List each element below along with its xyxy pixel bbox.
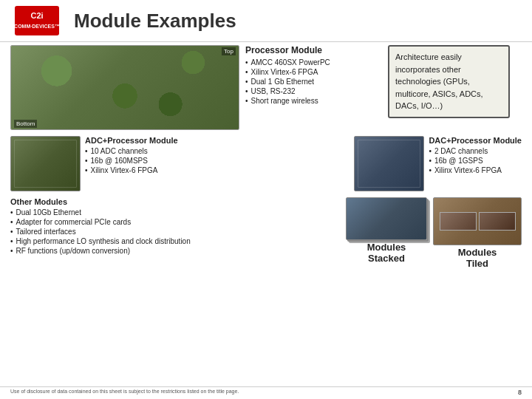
page-footer: Use of disclosure of data contained on t… [0,386,532,396]
main-content: Bottom Top Processor Module AMCC 460SX P… [0,42,532,270]
dac-section: DAC+Processor Module 2 DAC channels 16b … [354,136,522,191]
footer-page-number: 8 [518,389,522,396]
list-item: Tailored interfaces [10,227,340,236]
list-item: Xilinx Virtex-6 FPGA [85,166,178,175]
board-label-top: Top [222,47,236,55]
adc-module-title: ADC+Processor Module [85,136,178,145]
bottom-section: Other Modules Dual 10Gb Ethernet Adapter… [10,197,522,269]
page-title: Module Examples [74,10,236,33]
dac-board-image [354,136,424,191]
list-item: Dual 10Gb Ethernet [10,208,340,217]
stacked-board-image [346,197,427,240]
list-item: 16b @ 160MSPS [85,156,178,166]
top-section: Bottom Top Processor Module AMCC 460SX P… [10,45,522,130]
processor-module-title: Processor Module [245,45,382,55]
list-item: Dual 1 Gb Ethernet [245,77,382,86]
modules-stacked-section: ModulesStacked [346,197,427,264]
processor-module-info: Processor Module AMCC 460SX PowerPC Xili… [245,45,382,106]
adc-bullet-list: 10 ADC channels 16b @ 160MSPS Xilinx Vir… [85,146,178,175]
list-item: 2 DAC channels [429,146,522,156]
adc-module-info: ADC+Processor Module 10 ADC channels 16b… [85,136,178,175]
footer-text: Use of disclosure of data contained on t… [10,389,239,396]
adc-section: ADC+Processor Module 10 ADC channels 16b… [10,136,178,191]
list-item: RF functions (up/down conversion) [10,246,340,256]
list-item: Short range wireless [245,96,382,106]
tiled-board-image [433,197,522,245]
middle-section: ADC+Processor Module 10 ADC channels 16b… [10,136,522,191]
list-item: 16b @ 1GSPS [429,156,522,166]
logo-text: C2iCOMM·DEVICES™ [14,11,60,30]
dac-module-title: DAC+Processor Module [429,136,522,145]
processor-board-image: Bottom Top [10,45,239,130]
list-item: Xilinx Virtex-6 FPGA [429,166,522,175]
dac-module-info: DAC+Processor Module 2 DAC channels 16b … [429,136,522,175]
page-header: C2iCOMM·DEVICES™ Module Examples [0,0,532,42]
list-item: 10 ADC channels [85,146,178,156]
list-item: Adapter for commercial PCIe cards [10,217,340,227]
processor-bullet-list: AMCC 460SX PowerPC Xilinx Virtex-6 FPGA … [245,58,382,106]
other-modules-section: Other Modules Dual 10Gb Ethernet Adapter… [10,197,340,256]
architecture-box: Architecture easily incorporates other t… [388,45,510,118]
tiled-label: ModulesTiled [458,247,497,269]
other-modules-title: Other Modules [10,197,340,206]
other-modules-list: Dual 10Gb Ethernet Adapter for commercia… [10,208,340,256]
list-item: USB, RS-232 [245,86,382,96]
modules-tiled-section: ModulesTiled [433,197,522,269]
dac-bullet-list: 2 DAC channels 16b @ 1GSPS Xilinx Virtex… [429,146,522,175]
list-item: AMCC 460SX PowerPC [245,58,382,67]
board-label-bottom: Bottom [14,120,37,128]
stacked-label: ModulesStacked [367,242,406,264]
company-logo: C2iCOMM·DEVICES™ [15,6,59,35]
adc-board-image [10,136,81,191]
list-item: Xilinx Virtex-6 FPGA [245,67,382,77]
list-item: High performance LO synthesis and clock … [10,236,340,246]
